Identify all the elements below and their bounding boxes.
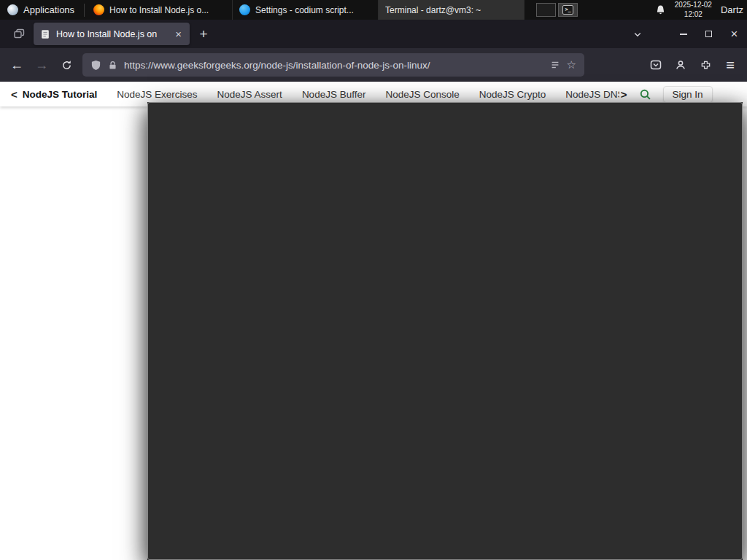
window-taskbar: How to Install Node.js o...Settings - co…	[87, 0, 525, 20]
codium-icon	[239, 4, 250, 15]
extensions-icon[interactable]	[694, 53, 717, 77]
search-icon[interactable]	[639, 88, 651, 101]
site-nav-link[interactable]: NodeJS Crypto	[479, 89, 546, 100]
window-close-button[interactable]: ×	[721, 20, 747, 48]
url-text[interactable]: https://www.geeksforgeeks.org/node-js/in…	[124, 60, 543, 71]
taskbar-item[interactable]: Terminal - dartz@vm3: ~	[379, 0, 525, 20]
maximize-icon	[705, 31, 712, 37]
bookmark-star-icon[interactable]: ☆	[567, 58, 576, 71]
notification-bell-icon[interactable]	[655, 4, 666, 15]
back-button[interactable]: ←	[5, 53, 28, 77]
tab-close-button[interactable]: ×	[174, 28, 183, 40]
taskbar-item-label: Settings - codium script...	[255, 5, 354, 15]
browser-toolbar: ← → https://www.geeksforgeeks.org/node-j…	[0, 48, 747, 82]
hamburger-icon: ≡	[726, 58, 735, 72]
clock-time: 12:02	[675, 10, 712, 20]
tab-favicon-icon	[40, 29, 50, 39]
applications-label: Applications	[23, 4, 74, 15]
user-menu[interactable]: Dartz	[721, 4, 743, 15]
applications-menu-icon	[7, 4, 18, 15]
top-panel: Applications How to Install Node.js o...…	[0, 0, 747, 20]
window-controls: ×	[624, 20, 747, 48]
panel-separator	[84, 4, 85, 17]
applications-menu-button[interactable]: Applications	[0, 0, 82, 20]
firefox-icon	[93, 4, 104, 15]
site-nav-link[interactable]: NodeJS Tutorial	[23, 89, 98, 100]
nav-left-chevron-icon[interactable]: <	[11, 88, 18, 101]
site-nav-links: NodeJS TutorialNodeJS ExercisesNodeJS As…	[23, 89, 619, 100]
workspace-switcher[interactable]: >_	[536, 0, 578, 20]
terminal-window-mini-icon: >_	[562, 5, 573, 15]
minimize-icon	[680, 34, 687, 35]
clock[interactable]: 2025-12-02 12:02	[675, 1, 712, 19]
nav-right-chevron-icon[interactable]: >	[621, 88, 627, 101]
taskbar-item[interactable]: Settings - codium script...	[233, 0, 379, 20]
workspace-1[interactable]	[536, 3, 556, 17]
workspace-2[interactable]: >_	[558, 3, 578, 17]
account-icon[interactable]	[669, 53, 692, 77]
taskbar-item[interactable]: How to Install Node.js o...	[87, 0, 233, 20]
url-bar[interactable]: https://www.geeksforgeeks.org/node-js/in…	[82, 53, 584, 77]
new-tab-button[interactable]: +	[193, 24, 214, 44]
forward-button[interactable]: →	[30, 53, 53, 77]
window-maximize-button[interactable]	[696, 20, 721, 48]
taskbar-item-label: How to Install Node.js o...	[109, 5, 209, 15]
window-minimize-button[interactable]	[670, 20, 696, 48]
reload-button[interactable]	[55, 53, 78, 77]
site-nav-link[interactable]: NodeJS Exercises	[117, 89, 197, 100]
tracking-shield-icon[interactable]	[90, 60, 101, 71]
pocket-icon[interactable]	[644, 53, 667, 77]
clock-date: 2025-12-02	[675, 1, 712, 10]
tab-title: How to Install Node.js on	[56, 29, 168, 39]
taskbar-item-label: Terminal - dartz@vm3: ~	[385, 5, 481, 15]
desktop: Applications How to Install Node.js o...…	[0, 0, 747, 560]
system-tray: 2025-12-02 12:02 Dartz	[655, 1, 747, 19]
lock-icon[interactable]	[108, 61, 117, 70]
firefox-view-button[interactable]	[9, 24, 29, 44]
sign-in-button[interactable]: Sign In	[663, 86, 713, 103]
list-all-tabs-button[interactable]	[624, 20, 650, 48]
site-nav-link[interactable]: NodeJS Buffer	[302, 89, 366, 100]
site-nav-link[interactable]: NodeJS Console	[385, 89, 459, 100]
menu-button[interactable]: ≡	[719, 53, 742, 77]
site-nav-link[interactable]: NodeJS DNS	[565, 89, 619, 100]
reader-view-icon[interactable]	[550, 60, 560, 70]
browser-tab[interactable]: How to Install Node.js on ×	[34, 23, 190, 45]
site-nav-link[interactable]: NodeJS Assert	[217, 89, 282, 100]
close-icon: ×	[731, 28, 738, 40]
browser-titlebar: How to Install Node.js on × + ×	[0, 20, 747, 48]
